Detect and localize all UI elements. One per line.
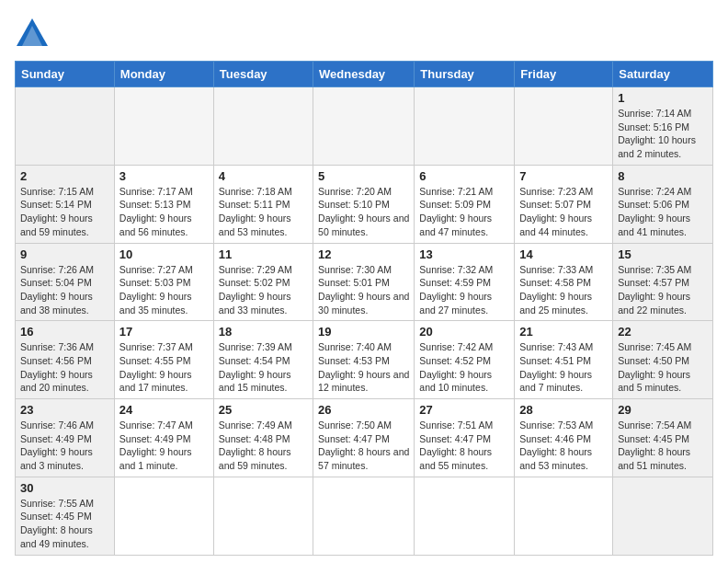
day-info: Sunrise: 7:50 AM Sunset: 4:47 PM Dayligh…: [318, 419, 409, 473]
calendar-week-6: 30Sunrise: 7:55 AM Sunset: 4:45 PM Dayli…: [16, 477, 713, 555]
calendar-cell: [515, 477, 613, 555]
day-info: Sunrise: 7:43 AM Sunset: 4:51 PM Dayligh…: [519, 340, 608, 395]
day-number: 20: [419, 325, 509, 339]
calendar-cell: [415, 477, 515, 555]
day-info: Sunrise: 7:17 AM Sunset: 5:13 PM Dayligh…: [119, 185, 209, 239]
calendar-cell: 2Sunrise: 7:15 AM Sunset: 5:14 PM Daylig…: [16, 165, 115, 243]
column-header-sunday: Sunday: [16, 62, 115, 87]
day-info: Sunrise: 7:27 AM Sunset: 5:03 PM Dayligh…: [119, 263, 209, 317]
day-info: Sunrise: 7:24 AM Sunset: 5:06 PM Dayligh…: [618, 185, 708, 239]
logo: [15, 15, 53, 50]
day-number: 3: [119, 169, 209, 183]
day-number: 9: [20, 247, 109, 261]
calendar-cell: 9Sunrise: 7:26 AM Sunset: 5:04 PM Daylig…: [16, 243, 115, 321]
day-info: Sunrise: 7:40 AM Sunset: 4:53 PM Dayligh…: [318, 340, 409, 395]
calendar-cell: [613, 477, 713, 555]
day-number: 22: [618, 325, 708, 339]
calendar-cell: 14Sunrise: 7:33 AM Sunset: 4:58 PM Dayli…: [515, 243, 613, 321]
day-number: 12: [318, 247, 409, 261]
calendar-cell: 23Sunrise: 7:46 AM Sunset: 4:49 PM Dayli…: [16, 399, 115, 477]
day-info: Sunrise: 7:46 AM Sunset: 4:49 PM Dayligh…: [20, 419, 109, 473]
calendar-cell: 12Sunrise: 7:30 AM Sunset: 5:01 PM Dayli…: [313, 243, 415, 321]
calendar-cell: 26Sunrise: 7:50 AM Sunset: 4:47 PM Dayli…: [313, 399, 415, 477]
day-number: 26: [318, 403, 409, 417]
calendar-cell: [313, 87, 415, 166]
calendar-cell: 3Sunrise: 7:17 AM Sunset: 5:13 PM Daylig…: [114, 165, 213, 243]
calendar-week-1: 1Sunrise: 7:14 AM Sunset: 5:16 PM Daylig…: [16, 87, 713, 166]
day-number: 19: [318, 325, 409, 339]
calendar-cell: 28Sunrise: 7:53 AM Sunset: 4:46 PM Dayli…: [515, 399, 613, 477]
day-number: 2: [20, 169, 109, 183]
calendar-cell: [213, 87, 313, 166]
calendar-cell: 8Sunrise: 7:24 AM Sunset: 5:06 PM Daylig…: [613, 165, 713, 243]
day-number: 15: [618, 247, 708, 261]
day-info: Sunrise: 7:30 AM Sunset: 5:01 PM Dayligh…: [318, 263, 409, 317]
day-info: Sunrise: 7:51 AM Sunset: 4:47 PM Dayligh…: [419, 419, 509, 473]
day-info: Sunrise: 7:18 AM Sunset: 5:11 PM Dayligh…: [219, 185, 308, 239]
day-number: 13: [419, 247, 509, 261]
day-info: Sunrise: 7:53 AM Sunset: 4:46 PM Dayligh…: [519, 419, 608, 473]
calendar-cell: 18Sunrise: 7:39 AM Sunset: 4:54 PM Dayli…: [213, 321, 313, 399]
calendar-table: SundayMondayTuesdayWednesdayThursdayFrid…: [15, 61, 713, 556]
calendar-cell: 1Sunrise: 7:14 AM Sunset: 5:16 PM Daylig…: [613, 87, 713, 166]
day-number: 17: [119, 325, 209, 339]
calendar-cell: 21Sunrise: 7:43 AM Sunset: 4:51 PM Dayli…: [515, 321, 613, 399]
calendar-cell: 17Sunrise: 7:37 AM Sunset: 4:55 PM Dayli…: [114, 321, 213, 399]
calendar-cell: 25Sunrise: 7:49 AM Sunset: 4:48 PM Dayli…: [213, 399, 313, 477]
day-info: Sunrise: 7:15 AM Sunset: 5:14 PM Dayligh…: [20, 185, 109, 239]
calendar-cell: 20Sunrise: 7:42 AM Sunset: 4:52 PM Dayli…: [415, 321, 515, 399]
day-info: Sunrise: 7:37 AM Sunset: 4:55 PM Dayligh…: [119, 340, 209, 395]
day-number: 10: [119, 247, 209, 261]
calendar-cell: 15Sunrise: 7:35 AM Sunset: 4:57 PM Dayli…: [613, 243, 713, 321]
day-number: 23: [20, 403, 109, 417]
day-info: Sunrise: 7:55 AM Sunset: 4:45 PM Dayligh…: [20, 497, 109, 551]
day-info: Sunrise: 7:14 AM Sunset: 5:16 PM Dayligh…: [618, 107, 708, 161]
day-number: 18: [219, 325, 308, 339]
calendar-cell: 13Sunrise: 7:32 AM Sunset: 4:59 PM Dayli…: [415, 243, 515, 321]
calendar-cell: 19Sunrise: 7:40 AM Sunset: 4:53 PM Dayli…: [313, 321, 415, 399]
calendar-week-2: 2Sunrise: 7:15 AM Sunset: 5:14 PM Daylig…: [16, 165, 713, 243]
calendar-header-row: SundayMondayTuesdayWednesdayThursdayFrid…: [16, 62, 713, 87]
calendar-cell: [515, 87, 613, 166]
logo-icon: [15, 15, 50, 50]
day-number: 27: [419, 403, 509, 417]
day-info: Sunrise: 7:26 AM Sunset: 5:04 PM Dayligh…: [20, 263, 109, 317]
day-number: 30: [20, 481, 109, 495]
calendar-cell: 5Sunrise: 7:20 AM Sunset: 5:10 PM Daylig…: [313, 165, 415, 243]
calendar-cell: 30Sunrise: 7:55 AM Sunset: 4:45 PM Dayli…: [16, 477, 115, 555]
calendar-cell: 4Sunrise: 7:18 AM Sunset: 5:11 PM Daylig…: [213, 165, 313, 243]
day-info: Sunrise: 7:39 AM Sunset: 4:54 PM Dayligh…: [219, 340, 308, 395]
column-header-friday: Friday: [515, 62, 613, 87]
day-number: 24: [119, 403, 209, 417]
calendar-cell: 29Sunrise: 7:54 AM Sunset: 4:45 PM Dayli…: [613, 399, 713, 477]
calendar-cell: [213, 477, 313, 555]
day-info: Sunrise: 7:54 AM Sunset: 4:45 PM Dayligh…: [618, 419, 708, 473]
calendar-cell: [114, 477, 213, 555]
calendar-cell: 7Sunrise: 7:23 AM Sunset: 5:07 PM Daylig…: [515, 165, 613, 243]
day-number: 14: [519, 247, 608, 261]
page-header: [15, 15, 713, 50]
day-info: Sunrise: 7:42 AM Sunset: 4:52 PM Dayligh…: [419, 340, 509, 395]
calendar-week-4: 16Sunrise: 7:36 AM Sunset: 4:56 PM Dayli…: [16, 321, 713, 399]
day-info: Sunrise: 7:32 AM Sunset: 4:59 PM Dayligh…: [419, 263, 509, 317]
column-header-tuesday: Tuesday: [213, 62, 313, 87]
day-number: 16: [20, 325, 109, 339]
day-number: 6: [419, 169, 509, 183]
calendar-cell: 16Sunrise: 7:36 AM Sunset: 4:56 PM Dayli…: [16, 321, 115, 399]
day-number: 29: [618, 403, 708, 417]
day-info: Sunrise: 7:20 AM Sunset: 5:10 PM Dayligh…: [318, 185, 409, 239]
calendar-cell: 10Sunrise: 7:27 AM Sunset: 5:03 PM Dayli…: [114, 243, 213, 321]
day-number: 8: [618, 169, 708, 183]
day-number: 25: [219, 403, 308, 417]
column-header-monday: Monday: [114, 62, 213, 87]
calendar-week-3: 9Sunrise: 7:26 AM Sunset: 5:04 PM Daylig…: [16, 243, 713, 321]
day-info: Sunrise: 7:45 AM Sunset: 4:50 PM Dayligh…: [618, 340, 708, 395]
calendar-cell: 24Sunrise: 7:47 AM Sunset: 4:49 PM Dayli…: [114, 399, 213, 477]
column-header-saturday: Saturday: [613, 62, 713, 87]
day-number: 11: [219, 247, 308, 261]
day-number: 5: [318, 169, 409, 183]
day-number: 28: [519, 403, 608, 417]
calendar-cell: [16, 87, 115, 166]
calendar-cell: [313, 477, 415, 555]
day-info: Sunrise: 7:49 AM Sunset: 4:48 PM Dayligh…: [219, 419, 308, 473]
